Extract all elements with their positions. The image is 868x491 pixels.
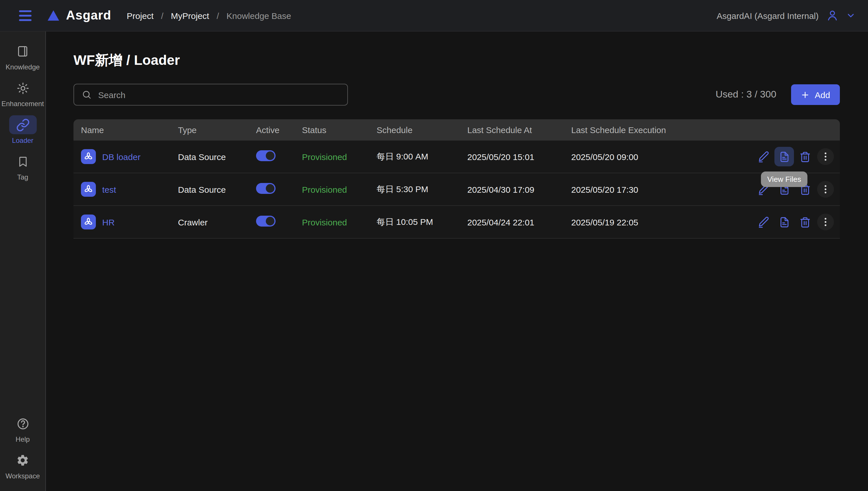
sidebar-item-help[interactable]: Help bbox=[9, 414, 36, 443]
main-content: WF新增 / Loader Used : 3 / 300 Add bbox=[46, 32, 868, 491]
table-row: test Data Source Provisioned 每日 5:30 PM … bbox=[74, 173, 840, 206]
breadcrumb-project[interactable]: Project bbox=[127, 10, 154, 20]
table-header: Name Type Active Status Schedule Last Sc… bbox=[74, 119, 840, 141]
shell: Knowledge Enhancement Loader Tag bbox=[0, 32, 868, 491]
app-root: Asgard Project / MyProject / Knowledge B… bbox=[0, 0, 868, 491]
account-label: AsgardAI (Asgard Internal) bbox=[717, 10, 819, 20]
edit-button[interactable] bbox=[754, 212, 773, 232]
view-files-button[interactable] bbox=[775, 212, 794, 232]
table-body: DB loader Data Source Provisioned 每日 9:0… bbox=[74, 141, 840, 239]
delete-button[interactable] bbox=[795, 212, 815, 232]
usage-counter: Used : 3 / 300 bbox=[715, 89, 777, 100]
loader-name-link[interactable]: test bbox=[102, 184, 116, 194]
loader-trefoil-icon bbox=[81, 182, 96, 197]
last-schedule-execution-cell: 2025/05/19 22:05 bbox=[571, 217, 753, 227]
column-header-active: Active bbox=[256, 125, 302, 135]
sidebar-item-label: Knowledge bbox=[6, 63, 40, 71]
view-files-button[interactable]: View Files bbox=[775, 147, 794, 166]
loader-name-link[interactable]: HR bbox=[102, 217, 114, 227]
loader-table: Name Type Active Status Schedule Last Sc… bbox=[74, 119, 840, 239]
column-header-status: Status bbox=[302, 125, 377, 135]
asgard-logo-icon bbox=[48, 10, 59, 21]
table-row: DB loader Data Source Provisioned 每日 9:0… bbox=[74, 141, 840, 173]
more-actions-button[interactable] bbox=[816, 179, 835, 199]
column-header-schedule: Schedule bbox=[377, 125, 467, 135]
trash-icon bbox=[799, 216, 811, 228]
pencil-icon bbox=[758, 150, 769, 163]
schedule-cell: 每日 9:00 AM bbox=[377, 151, 467, 162]
schedule-cell: 每日 10:05 PM bbox=[377, 216, 467, 227]
search-input[interactable] bbox=[97, 89, 340, 100]
row-actions: View Files bbox=[753, 147, 840, 166]
name-cell: test bbox=[81, 182, 178, 197]
toolbar-right: Used : 3 / 300 Add bbox=[715, 84, 840, 105]
sidebar: Knowledge Enhancement Loader Tag bbox=[0, 32, 46, 491]
column-header-last-schedule-at: Last Schedule At bbox=[467, 125, 571, 135]
status-text: Provisioned bbox=[302, 152, 377, 162]
toggle-knob bbox=[266, 184, 274, 193]
page-title: WF新增 / Loader bbox=[74, 51, 840, 69]
sidebar-item-loader[interactable]: Loader bbox=[9, 115, 36, 145]
add-button-label: Add bbox=[815, 90, 830, 99]
edit-button[interactable] bbox=[754, 147, 773, 166]
type-cell: Data Source bbox=[178, 184, 256, 194]
search-icon bbox=[82, 89, 92, 100]
last-schedule-at-cell: 2025/04/24 22:01 bbox=[467, 217, 571, 227]
add-button[interactable]: Add bbox=[791, 84, 840, 105]
sidebar-item-label: Enhancement bbox=[1, 100, 44, 108]
column-header-name: Name bbox=[81, 125, 178, 135]
sidebar-item-label: Workspace bbox=[5, 472, 40, 480]
schedule-cell: 每日 5:30 PM bbox=[377, 184, 467, 195]
last-schedule-execution-cell: 2025/05/20 09:00 bbox=[571, 152, 753, 162]
row-actions bbox=[753, 212, 840, 232]
active-cell bbox=[256, 183, 302, 196]
active-cell bbox=[256, 150, 302, 163]
sun-icon bbox=[16, 81, 30, 95]
sidebar-item-tag[interactable]: Tag bbox=[9, 152, 36, 181]
account-menu-button[interactable]: AsgardAI (Asgard Internal) bbox=[717, 9, 856, 22]
more-actions-button[interactable] bbox=[816, 212, 835, 232]
sidebar-item-workspace[interactable]: Workspace bbox=[5, 451, 40, 480]
book-icon bbox=[16, 45, 29, 58]
pencil-icon bbox=[758, 216, 769, 228]
top-navbar: Asgard Project / MyProject / Knowledge B… bbox=[0, 0, 868, 32]
type-cell: Data Source bbox=[178, 152, 256, 162]
column-header-type: Type bbox=[178, 125, 256, 135]
brand[interactable]: Asgard bbox=[48, 8, 111, 23]
sidebar-item-knowledge[interactable]: Knowledge bbox=[6, 42, 40, 71]
breadcrumb-myproject[interactable]: MyProject bbox=[171, 10, 209, 20]
name-cell: DB loader bbox=[81, 149, 178, 164]
kebab-menu-icon bbox=[820, 151, 831, 162]
breadcrumb-separator: / bbox=[161, 10, 163, 20]
more-actions-button[interactable] bbox=[816, 147, 835, 166]
status-text: Provisioned bbox=[302, 217, 377, 227]
trash-icon bbox=[799, 150, 811, 163]
menu-toggle-button[interactable] bbox=[19, 10, 33, 21]
table-row: HR Crawler Provisioned 每日 10:05 PM 2025/… bbox=[74, 206, 840, 239]
active-toggle[interactable] bbox=[256, 183, 276, 194]
plus-icon bbox=[801, 90, 810, 99]
breadcrumb-separator: / bbox=[217, 10, 219, 20]
sidebar-item-label: Help bbox=[16, 435, 30, 443]
column-header-last-schedule-execution: Last Schedule Execution bbox=[571, 125, 753, 135]
help-circle-icon bbox=[16, 417, 30, 431]
status-text: Provisioned bbox=[302, 184, 377, 194]
name-cell: HR bbox=[81, 214, 178, 229]
delete-button[interactable] bbox=[795, 147, 815, 166]
sidebar-item-enhancement[interactable]: Enhancement bbox=[1, 79, 44, 108]
loader-trefoil-icon bbox=[81, 214, 96, 229]
toggle-knob bbox=[266, 217, 274, 225]
file-icon bbox=[778, 150, 790, 163]
link-icon bbox=[16, 118, 30, 132]
sidebar-item-label: Loader bbox=[12, 137, 34, 145]
active-toggle[interactable] bbox=[256, 216, 276, 227]
chevron-down-icon bbox=[846, 11, 856, 20]
sidebar-item-label: Tag bbox=[17, 173, 28, 181]
active-toggle[interactable] bbox=[256, 150, 276, 161]
last-schedule-at-cell: 2025/04/30 17:09 bbox=[467, 184, 571, 194]
last-schedule-at-cell: 2025/05/20 15:01 bbox=[467, 152, 571, 162]
kebab-menu-icon bbox=[820, 216, 831, 228]
view-files-tooltip: View Files bbox=[761, 172, 808, 187]
loader-name-link[interactable]: DB loader bbox=[102, 152, 140, 162]
file-icon bbox=[778, 216, 790, 228]
